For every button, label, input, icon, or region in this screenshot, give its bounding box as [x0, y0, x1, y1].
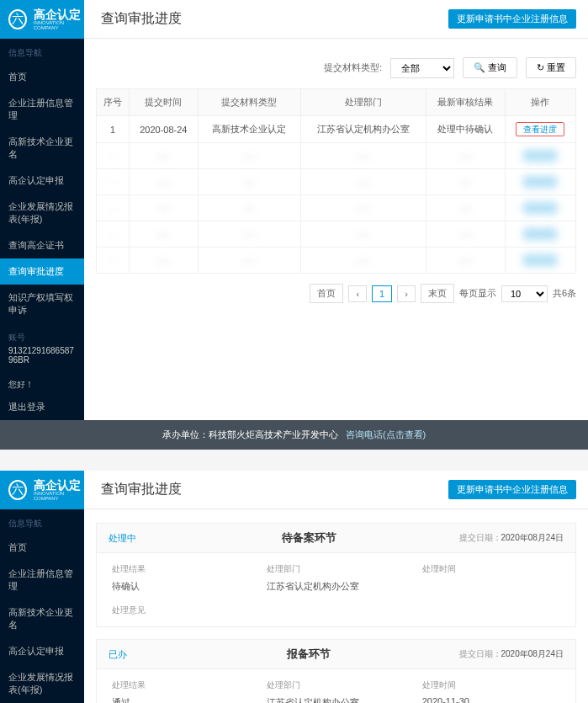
contact-link[interactable]: 咨询电话(点击查看) [346, 429, 426, 439]
time-value: 2020-11-30 [422, 696, 560, 703]
table-header: 操作 [505, 89, 575, 116]
col-date: 2020-08-24 [129, 116, 198, 143]
card-date-label: 提交日期： [459, 532, 501, 544]
time-label: 处理时间 [422, 679, 560, 691]
next-page-button[interactable]: › [397, 285, 416, 302]
dept-value: 江苏省认定机构办公室 [267, 580, 405, 593]
sidebar-item[interactable]: 高新技术企业更名 [0, 129, 84, 168]
logout-link[interactable]: 退出登录 [0, 394, 84, 420]
progress-card: 已办报备环节提交日期：2020年08月24日处理结果通过处理部门江苏省认定机构办… [96, 639, 576, 703]
logo-icon: 六 [8, 480, 27, 500]
per-page-select[interactable]: 10 [501, 285, 548, 302]
search-icon: 🔍 [474, 62, 485, 73]
table-row: 1 2020-08-24 高新技术企业认定 江苏省认定机构办公室 处理中待确认 … [97, 116, 576, 143]
total-count: 共6条 [553, 287, 576, 300]
page-number[interactable]: 1 [372, 285, 392, 302]
table-row: ----------------- [97, 248, 576, 274]
sidebar-item[interactable]: 企业发展情况报表(年报) [0, 194, 84, 232]
sidebar-item[interactable]: 知识产权填写权申诉 [0, 285, 84, 323]
result-label: 处理结果 [112, 563, 250, 575]
col-no: 1 [97, 116, 130, 143]
sidebar-item[interactable]: 企业注册信息管理 [0, 90, 84, 129]
update-register-info-button[interactable]: 更新申请书中企业注册信息 [448, 480, 576, 499]
sidebar-section-label: 信息导航 [0, 39, 84, 64]
reset-button[interactable]: ↻重置 [526, 57, 576, 78]
sidebar-section-label: 信息导航 [0, 509, 84, 535]
prev-page-button[interactable]: ‹ [348, 285, 367, 302]
page-title: 查询审批进度 [84, 481, 448, 498]
result-value: 通过 [112, 696, 250, 703]
page-title: 查询审批进度 [84, 10, 448, 28]
table-row: ----------------- [97, 143, 576, 169]
sidebar-item[interactable]: 高企认定申报 [0, 168, 84, 194]
time-label: 处理时间 [422, 563, 560, 575]
approval-table: 序号提交时间提交材料类型处理部门最新审核结果操作 1 2020-08-24 高新… [96, 88, 576, 274]
card-status: 已办 [109, 648, 159, 661]
sidebar-item[interactable]: 高新技术企业更名 [0, 599, 84, 638]
account-value: 9132129168658796BR [8, 344, 76, 367]
card-date-label: 提交日期： [459, 648, 501, 660]
filter-bar: 提交材料类型: 全部 🔍查询 ↻重置 [96, 52, 576, 88]
sidebar-item[interactable]: 企业注册信息管理 [0, 561, 84, 599]
per-page-label: 每页显示 [459, 287, 496, 300]
dept-label: 处理部门 [267, 679, 405, 691]
update-register-info-button[interactable]: 更新申请书中企业注册信息 [448, 9, 576, 29]
header: 六 高企认定 INNOVATION COMPANY 查询审批进度 更新申请书中企… [0, 0, 588, 39]
header: 六 高企认定 INNOVATION COMPANY 查询审批进度 更新申请书中企… [0, 471, 588, 509]
card-title: 待备案环节 [159, 530, 459, 546]
table-header: 序号 [97, 89, 130, 116]
result-value: 待确认 [112, 580, 250, 593]
footer: 承办单位：科技部火炬高技术产业开发中心 咨询电话(点击查看) [0, 420, 588, 450]
table-row: ----------------- [97, 195, 576, 221]
card-date: 2020年08月24日 [501, 648, 564, 660]
sidebar-item[interactable]: 首页 [0, 64, 84, 90]
pagination: 首页 ‹ 1 › 末页 每页显示 10 共6条 [96, 274, 576, 313]
filter-label: 提交材料类型: [324, 61, 382, 74]
sidebar-item[interactable]: 查询审批进度 [0, 258, 84, 285]
logo-subtitle: INNOVATION COMPANY [34, 20, 84, 30]
logo: 六 高企认定 INNOVATION COMPANY [0, 0, 84, 39]
sidebar: 信息导航 首页企业注册信息管理高新技术企业更名高企认定申报企业发展情况报表(年报… [0, 509, 84, 703]
col-dept: 江苏省认定机构办公室 [300, 116, 426, 143]
view-progress-link[interactable]: 查看进度 [516, 122, 564, 136]
dept-label: 处理部门 [267, 563, 405, 575]
greeting: 您好！ [0, 375, 84, 394]
col-type: 高新技术企业认定 [198, 116, 300, 143]
sidebar-item[interactable]: 高企认定申报 [0, 638, 84, 664]
last-page-button[interactable]: 末页 [421, 284, 454, 303]
search-button[interactable]: 🔍查询 [463, 57, 517, 78]
sidebar-item[interactable]: 企业发展情况报表(年报) [0, 664, 84, 703]
logo: 六 高企认定 INNOVATION COMPANY [0, 471, 84, 509]
reset-icon: ↻ [537, 62, 544, 73]
result-label: 处理结果 [112, 679, 250, 691]
card-status: 处理中 [109, 532, 159, 545]
table-header: 提交材料类型 [198, 89, 300, 116]
table-row: ----------------- [97, 169, 576, 195]
col-result: 处理中待确认 [426, 116, 505, 143]
dept-value: 江苏省认定机构办公室 [267, 696, 405, 703]
logo-text: 高企认定 [34, 479, 84, 491]
card-title: 报备环节 [159, 647, 459, 662]
sidebar-item[interactable]: 首页 [0, 535, 84, 561]
sidebar: 信息导航 首页企业注册信息管理高新技术企业更名高企认定申报企业发展情况报表(年报… [0, 39, 84, 420]
card-date: 2020年08月24日 [501, 532, 564, 544]
table-header: 提交时间 [129, 89, 198, 116]
logo-subtitle: INNOVATION COMPANY [34, 491, 84, 501]
account-label: 账号 [8, 332, 76, 344]
first-page-button[interactable]: 首页 [310, 284, 343, 303]
table-header: 最新审核结果 [426, 89, 505, 116]
table-row: ----------------- [97, 221, 576, 248]
logo-text: 高企认定 [34, 8, 84, 20]
table-header: 处理部门 [300, 89, 426, 116]
logo-icon: 六 [8, 9, 27, 29]
sidebar-item[interactable]: 查询高企证书 [0, 232, 84, 258]
material-type-select[interactable]: 全部 [390, 58, 454, 78]
progress-card: 处理中待备案环节提交日期：2020年08月24日处理结果待确认处理部门江苏省认定… [96, 523, 576, 627]
opinion-label: 处理意见 [112, 604, 560, 616]
